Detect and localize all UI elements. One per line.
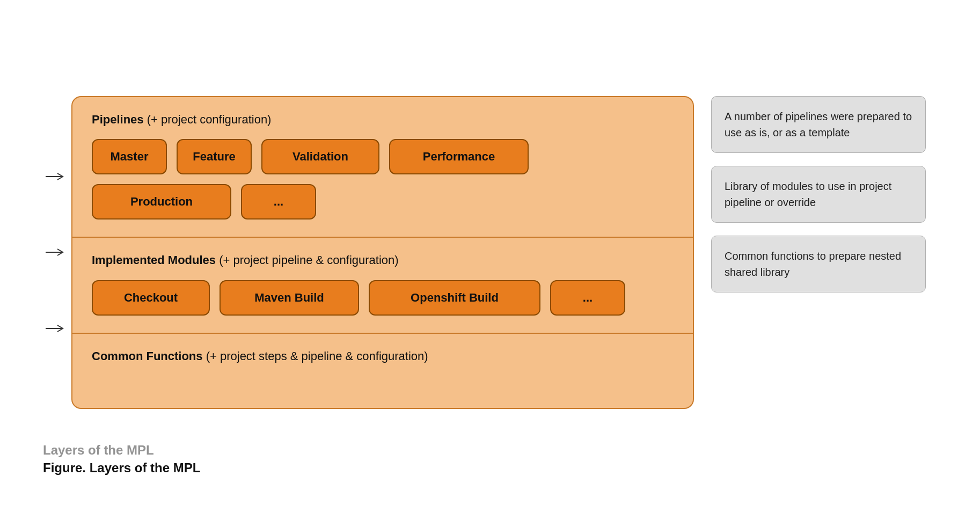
main-container: Pipelines (+ project configuration) Mast… [34,75,946,431]
pipelines-title-rest: (+ project configuration) [144,113,272,126]
pipelines-pills: Master Feature Validation Performance Pr… [92,139,674,219]
modules-title-rest: (+ project pipeline & configuration) [216,253,399,267]
pill-checkout: Checkout [92,280,210,316]
pill-validation: Validation [261,139,379,174]
left-section: Pipelines (+ project configuration) Mast… [45,96,694,409]
footer-line1: Layers of the MPL [43,441,200,459]
arrow-1 [46,171,67,182]
right-sidebar: A number of pipelines were prepared to u… [711,96,926,292]
modules-title-bold: Implemented Modules [92,253,216,267]
functions-title-rest: (+ project steps & pipeline & configurat… [203,349,428,363]
arrows-column [45,96,71,409]
footer-text: Layers of the MPL Figure. Layers of the … [43,441,200,477]
arrow-3 [46,323,67,334]
modules-section: Implemented Modules (+ project pipeline … [72,238,693,334]
footer-line2: Figure. Layers of the MPL [43,460,200,475]
pill-feature: Feature [177,139,252,174]
pipelines-section: Pipelines (+ project configuration) Mast… [72,97,693,238]
info-box-pipelines: A number of pipelines were prepared to u… [711,96,926,153]
pill-master: Master [92,139,167,174]
pill-performance: Performance [389,139,529,174]
pill-maven-build: Maven Build [220,280,359,316]
info-box-modules: Library of modules to use in project pip… [711,166,926,223]
info-text-modules: Library of modules to use in project pip… [725,180,891,208]
functions-title: Common Functions (+ project steps & pipe… [92,349,674,364]
pill-openshift-build: Openshift Build [369,280,540,316]
functions-section: Common Functions (+ project steps & pipe… [72,334,693,408]
modules-title: Implemented Modules (+ project pipeline … [92,253,674,268]
arrow-2 [46,247,67,258]
footer-area: Layers of the MPL Figure. Layers of the … [43,441,200,477]
pill-production: Production [92,184,231,219]
functions-title-bold: Common Functions [92,349,203,363]
pipelines-title-bold: Pipelines [92,113,144,126]
info-text-pipelines: A number of pipelines were prepared to u… [725,111,912,138]
info-box-functions: Common functions to prepare nested share… [711,236,926,292]
pipelines-title: Pipelines (+ project configuration) [92,112,674,128]
info-text-functions: Common functions to prepare nested share… [725,250,901,278]
pill-modules-more: ... [550,280,625,316]
pill-pipelines-more: ... [241,184,316,219]
modules-pills: Checkout Maven Build Openshift Build ... [92,280,674,316]
main-box: Pipelines (+ project configuration) Mast… [71,96,694,409]
